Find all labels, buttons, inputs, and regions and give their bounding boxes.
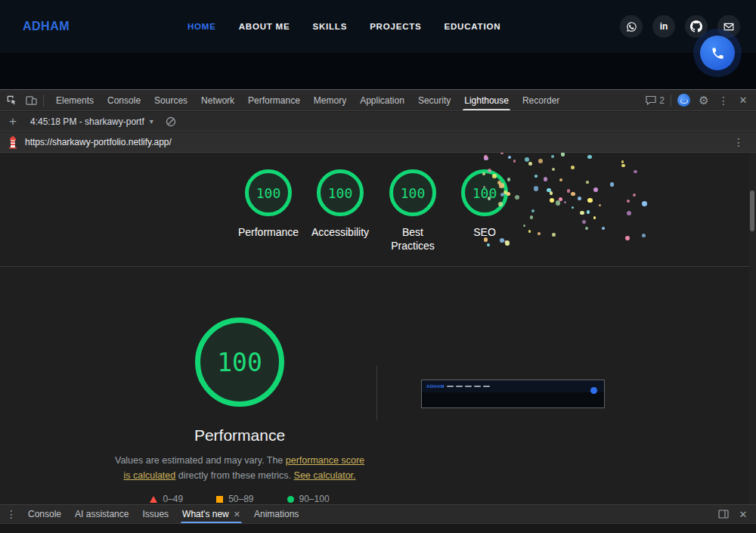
legend-range: 0–49: [163, 494, 183, 504]
scrollbar: [749, 153, 756, 504]
confetti-dot: [627, 200, 630, 203]
confetti-dot: [484, 155, 488, 159]
drawer-menu-icon[interactable]: ⋮: [2, 504, 21, 524]
tab-lighthouse[interactable]: Lighthouse: [457, 90, 516, 110]
thumbnail-nav-item: [483, 386, 490, 387]
new-report-button[interactable]: +: [3, 112, 23, 132]
device-toolbar-icon[interactable]: [21, 91, 41, 110]
desc-text: directly from these metrics.: [175, 470, 293, 481]
tab-performance[interactable]: Performance: [241, 90, 307, 110]
drawer-tab-animations[interactable]: Animations: [247, 505, 305, 523]
drawer-tab-whats-new[interactable]: What's new ✕: [175, 505, 247, 523]
confetti-dot: [528, 162, 533, 166]
drawer-tab-issues[interactable]: Issues: [135, 505, 175, 523]
devtools-menu-icon[interactable]: ⋮: [714, 91, 733, 110]
settings-gear-icon[interactable]: ⚙: [694, 91, 714, 110]
thumbnail-fab: [590, 387, 597, 394]
close-tab-icon[interactable]: ✕: [234, 510, 240, 519]
confetti-dot: [610, 182, 615, 187]
drawer-tab-ai-assistance[interactable]: AI assistance: [68, 505, 135, 523]
fail-triangle-icon: [150, 496, 157, 503]
accessibility-score-gauge[interactable]: 100: [317, 169, 364, 216]
confetti-dot: [544, 177, 547, 181]
divider: [43, 95, 44, 107]
legend-pass: 90–100: [287, 494, 330, 504]
confetti-dot: [508, 156, 511, 159]
scrollbar-thumb[interactable]: [750, 191, 754, 231]
score-value: 100: [472, 185, 497, 201]
divider: [671, 95, 671, 107]
metric-description: Values are estimated and may vary. The p…: [111, 453, 368, 483]
best-practices-score-gauge[interactable]: 100: [389, 169, 436, 216]
thumbnail-nav-item: [456, 386, 463, 387]
tab-console[interactable]: Console: [101, 90, 147, 110]
nav-item-skills[interactable]: SKILLS: [312, 22, 347, 31]
confetti-dot: [593, 216, 596, 218]
devtools-close-icon[interactable]: ✕: [733, 91, 753, 110]
tab-security[interactable]: Security: [411, 90, 457, 110]
legend-range: 90–100: [299, 494, 330, 504]
dock-panel-icon[interactable]: [714, 504, 733, 524]
see-calculator-link[interactable]: See calculator.: [294, 470, 356, 481]
confetti-dot: [572, 206, 574, 209]
confetti-dot: [528, 230, 531, 233]
confetti-dot: [559, 197, 562, 201]
performance-detail: 100 Performance Values are estimated and…: [111, 318, 368, 504]
score-value: 100: [401, 185, 426, 201]
linkedin-button[interactable]: in: [652, 15, 675, 38]
confetti-dot: [585, 227, 588, 230]
github-icon: [690, 20, 702, 33]
drawer-tab-label: What's new: [182, 509, 229, 519]
report-selector[interactable]: 4:45:18 PM - sharkawy-portf ▾: [23, 112, 161, 131]
thumbnail-navbar: ADHAM: [422, 380, 604, 392]
tab-memory[interactable]: Memory: [307, 90, 353, 110]
extension-icon[interactable]: [677, 94, 690, 107]
seo-score-gauge[interactable]: 100: [461, 169, 508, 216]
tab-network[interactable]: Network: [194, 90, 241, 110]
nav-item-about-me[interactable]: ABOUT ME: [239, 22, 290, 31]
tab-application[interactable]: Application: [353, 90, 411, 110]
tab-recorder[interactable]: Recorder: [516, 90, 566, 110]
score-value: 100: [328, 185, 353, 201]
confetti-dot: [530, 215, 533, 218]
drawer-close-icon[interactable]: ✕: [733, 504, 753, 524]
confetti-dot: [552, 233, 556, 237]
confetti-dot: [602, 227, 605, 230]
inspect-element-icon[interactable]: [2, 91, 21, 110]
desc-text: Values are estimated and may vary. The: [115, 455, 286, 466]
drawer-tab-console[interactable]: Console: [21, 505, 68, 523]
nav-item-education[interactable]: EDUCATION: [445, 22, 501, 31]
column-divider: [376, 366, 377, 420]
confetti-dot: [625, 236, 630, 240]
confetti-dot: [642, 234, 646, 237]
report-menu-icon[interactable]: ⋮: [729, 132, 748, 152]
score-accessibility: 100 Accessibility: [299, 169, 382, 239]
lighthouse-session-bar: + 4:45:18 PM - sharkawy-portf ▾: [0, 112, 756, 132]
whatsapp-icon: [626, 21, 637, 33]
call-fab-button[interactable]: [700, 36, 735, 70]
message-bubble-icon: [646, 95, 656, 105]
thumbnail-nav-item: [465, 386, 472, 387]
thumbnail-nav-item: [474, 386, 481, 387]
performance-score-gauge[interactable]: 100: [245, 169, 292, 216]
confetti-dot: [556, 200, 561, 206]
site-logo[interactable]: ADHAM: [23, 20, 70, 33]
score-performance: 100 Performance: [227, 169, 310, 239]
tab-elements[interactable]: Elements: [49, 90, 101, 110]
devtools-drawer: ⋮ Console AI assistance Issues What's ne…: [0, 504, 756, 524]
confetti-dot: [525, 157, 530, 163]
whatsapp-button[interactable]: [620, 15, 643, 38]
nav-item-projects[interactable]: PROJECTS: [370, 22, 421, 31]
report-url-bar: https://sharkawy-portfolio.netlify.app/ …: [0, 132, 756, 153]
confetti-dot: [550, 191, 553, 194]
console-messages-button[interactable]: 2: [642, 95, 668, 106]
tab-sources[interactable]: Sources: [147, 90, 194, 110]
nav-item-home[interactable]: HOME: [187, 22, 216, 31]
confetti-dot: [564, 201, 567, 204]
clear-reports-icon[interactable]: [161, 112, 181, 132]
legend-range: 50–89: [228, 494, 253, 504]
email-button[interactable]: [717, 15, 740, 38]
confetti-dot: [634, 170, 637, 174]
performance-big-gauge: 100: [195, 318, 284, 407]
github-button[interactable]: [685, 15, 708, 38]
